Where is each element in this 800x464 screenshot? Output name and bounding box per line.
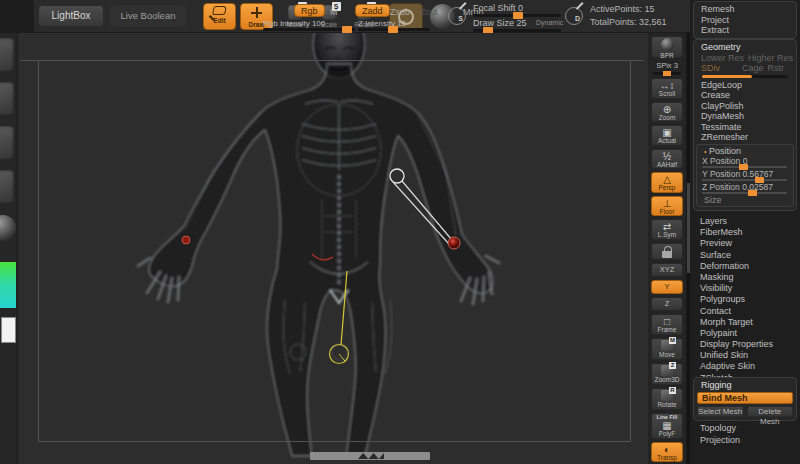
section-morph-target[interactable]: Morph Target xyxy=(700,317,798,328)
size-header[interactable]: Size xyxy=(697,195,793,205)
lightbox-button[interactable]: LightBox xyxy=(38,5,104,27)
nav-zoom3d-label: Zoom3D xyxy=(652,377,682,384)
section-unified-skin[interactable]: Unified Skin xyxy=(700,350,798,361)
section-layers[interactable]: Layers xyxy=(700,216,798,227)
persp-button[interactable]: △ Persp xyxy=(651,172,683,193)
claypolish-item[interactable]: ClayPolish xyxy=(694,101,796,112)
color-picker-gradient[interactable] xyxy=(0,262,16,308)
axis-xyz-button[interactable]: XYZ xyxy=(651,263,683,277)
position-group: • Position X Position 0 Y Position 0.567… xyxy=(696,144,794,207)
floor-button[interactable]: ⊥ Floor xyxy=(651,196,683,217)
bpr-sphere-icon xyxy=(661,38,674,51)
extract-button[interactable]: Extract xyxy=(694,25,796,36)
edit-lasso-icon xyxy=(212,6,227,15)
delete-mesh-button[interactable]: Delete Mesh xyxy=(747,406,794,417)
z-intensity-handle[interactable] xyxy=(388,26,398,33)
section-topology[interactable]: Topology xyxy=(700,422,798,434)
section-masking[interactable]: Masking xyxy=(700,272,798,283)
rstr-button[interactable]: Rstr xyxy=(768,63,785,74)
section-polypaint[interactable]: Polypaint xyxy=(700,328,798,339)
zsub-toggle[interactable]: Zsub xyxy=(390,7,410,17)
zadd-toggle[interactable]: Zadd xyxy=(355,4,390,17)
section-projection[interactable]: Projection xyxy=(700,434,798,446)
zoom-label: Zoom xyxy=(659,114,676,121)
rgb-toggle[interactable]: Rgb xyxy=(294,4,325,17)
zsphere-wrist-red[interactable] xyxy=(448,237,460,249)
section-fibermesh[interactable]: FiberMesh xyxy=(700,227,798,238)
x-position-slider[interactable]: X Position 0 xyxy=(697,156,793,169)
z-position-slider[interactable]: Z Position 0.02587 xyxy=(697,182,793,195)
tessimate-item[interactable]: Tessimate xyxy=(694,122,796,133)
focal-shift-slider[interactable] xyxy=(473,14,561,17)
actual-button[interactable]: ▣ Actual xyxy=(651,125,683,146)
position-header[interactable]: • Position xyxy=(697,146,793,156)
rigging-header[interactable]: Rigging xyxy=(694,380,796,391)
section-preview[interactable]: Preview xyxy=(700,238,798,249)
material-palette-icon[interactable] xyxy=(0,215,16,241)
draw-size-slider[interactable] xyxy=(473,29,561,32)
crease-item[interactable]: Crease xyxy=(694,90,796,101)
section-deformation[interactable]: Deformation xyxy=(700,261,798,272)
transp-button[interactable]: ◐ Transp xyxy=(651,442,683,463)
frame-label: Frame xyxy=(658,326,677,333)
brush-palette-icon[interactable] xyxy=(0,38,14,72)
zsphere-elbow-ring[interactable] xyxy=(390,169,404,183)
y-position-slider[interactable]: Y Position 0.56767 xyxy=(697,169,793,182)
sdiv-slider[interactable] xyxy=(702,75,788,78)
spix-handle[interactable] xyxy=(663,71,671,76)
nav-move-button[interactable]: M Move xyxy=(651,338,683,360)
section-contact[interactable]: Contact xyxy=(700,306,798,317)
color-swatch[interactable] xyxy=(1,317,16,343)
cage-button[interactable]: Cage xyxy=(742,63,764,74)
zcut-toggle[interactable]: Zcut xyxy=(420,7,438,17)
higher-res-button[interactable]: Higher Res xyxy=(748,53,793,64)
nav-zoom3d-hand-icon: Z xyxy=(661,365,673,376)
frame-button[interactable]: □ Frame xyxy=(651,314,683,335)
viewport-canvas[interactable] xyxy=(18,33,648,464)
zoom-button[interactable]: ⊕ Zoom xyxy=(651,102,683,123)
subpalette-list: Layers FiberMesh Preview Surface Deforma… xyxy=(700,216,798,384)
aahalf-button[interactable]: ½ AAHalf xyxy=(651,149,683,170)
lower-res-button[interactable]: Lower Res xyxy=(701,53,744,64)
edgeloop-item[interactable]: EdgeLoop xyxy=(694,80,796,91)
scroll-button[interactable]: ↔↕ Scroll xyxy=(651,78,683,99)
nav-rotate-label: Rotate xyxy=(652,402,682,409)
rgb-intensity-handle[interactable] xyxy=(342,26,352,33)
select-mesh-button[interactable]: Select Mesh xyxy=(697,406,744,417)
section-polygroups[interactable]: Polygroups xyxy=(700,294,798,305)
zsphere-left-wrist-red[interactable] xyxy=(182,236,190,244)
draw-size-d-icon: D xyxy=(565,7,583,25)
dynamesh-item[interactable]: DynaMesh xyxy=(694,111,796,122)
top-shelf: LightBox Live Boolean Edit Draw M Move S… xyxy=(0,0,690,33)
section-surface[interactable]: Surface xyxy=(700,250,798,261)
axis-y-button[interactable]: Y xyxy=(651,280,683,294)
spix-slider[interactable]: SPix 3 xyxy=(650,61,684,75)
section-visibility[interactable]: Visibility xyxy=(700,283,798,294)
lsym-button[interactable]: ⇄ L.Sym xyxy=(651,219,683,240)
rgb-intensity-label: Rgb Intensity 100 xyxy=(263,19,325,28)
section-display-properties[interactable]: Display Properties xyxy=(700,339,798,350)
project-button[interactable]: Project xyxy=(694,15,796,26)
polyframe-button[interactable]: Line Fill ▦ PolyF xyxy=(651,413,683,439)
dynamic-toggle[interactable]: Dynamic xyxy=(536,19,563,26)
section-adaptive-skin[interactable]: Adaptive Skin xyxy=(700,361,798,372)
rgb-intensity-slider[interactable] xyxy=(263,28,355,31)
zremesher-item[interactable]: ZRemesher xyxy=(694,132,796,143)
bpr-button[interactable]: BPR xyxy=(651,36,683,58)
live-boolean-button[interactable]: Live Boolean xyxy=(110,5,186,27)
nav-rotate-button[interactable]: R Rotate xyxy=(651,388,683,410)
alpha-palette-icon[interactable] xyxy=(0,126,14,160)
edit-button[interactable]: Edit xyxy=(203,3,236,30)
m-toggle[interactable]: M xyxy=(330,7,338,17)
geometry-header[interactable]: Geometry xyxy=(694,42,796,53)
z-intensity-slider[interactable] xyxy=(358,28,430,31)
remesh-button[interactable]: Remesh xyxy=(694,4,796,15)
right-shelf: BPR SPix 3 ↔↕ Scroll ⊕ Zoom ▣ Actual ½ A… xyxy=(648,33,686,464)
lock-button[interactable] xyxy=(651,243,683,261)
shelf-corner xyxy=(0,0,34,33)
stroke-palette-icon[interactable] xyxy=(0,82,14,116)
nav-zoom3d-button[interactable]: Z Zoom3D xyxy=(651,363,683,385)
bind-mesh-button[interactable]: Bind Mesh xyxy=(697,392,793,404)
axis-z-button[interactable]: Z xyxy=(651,297,683,311)
texture-palette-icon[interactable] xyxy=(0,170,14,204)
